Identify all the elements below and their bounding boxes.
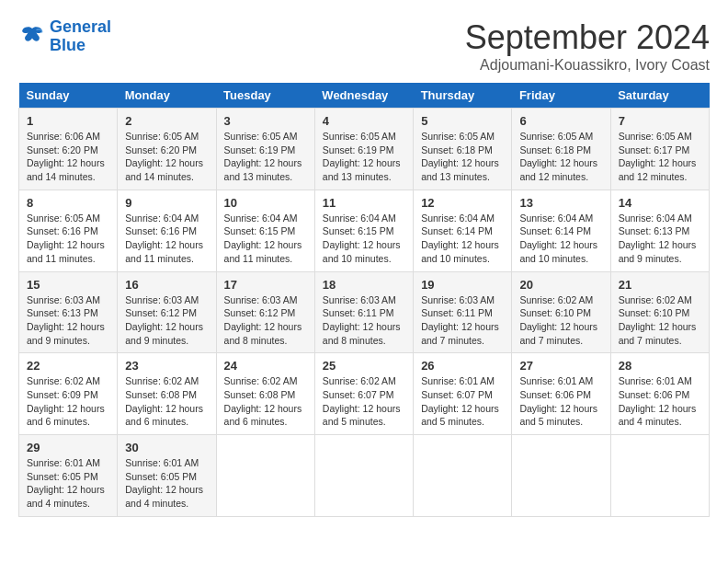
day-info: Sunrise: 6:04 AM Sunset: 6:14 PM Dayligh… — [421, 212, 504, 266]
day-info: Sunrise: 6:05 AM Sunset: 6:16 PM Dayligh… — [27, 212, 109, 266]
day-number: 30 — [125, 441, 208, 454]
calendar-cell: 17 Sunrise: 6:03 AM Sunset: 6:12 PM Dayl… — [216, 271, 314, 353]
calendar-cell: 8 Sunrise: 6:05 AM Sunset: 6:16 PM Dayli… — [19, 190, 118, 271]
day-info: Sunrise: 6:02 AM Sunset: 6:10 PM Dayligh… — [519, 293, 602, 348]
calendar-cell: 4 Sunrise: 6:05 AM Sunset: 6:19 PM Dayli… — [314, 109, 413, 190]
calendar-cell: 12 Sunrise: 6:04 AM Sunset: 6:14 PM Dayl… — [414, 190, 512, 271]
day-number: 15 — [27, 278, 109, 292]
weekday-header-sunday: Sunday — [19, 83, 118, 109]
calendar-cell: 5 Sunrise: 6:05 AM Sunset: 6:18 PM Dayli… — [414, 109, 512, 190]
day-info: Sunrise: 6:05 AM Sunset: 6:17 PM Dayligh… — [619, 130, 701, 184]
calendar-cell: 16 Sunrise: 6:03 AM Sunset: 6:12 PM Dayl… — [118, 271, 216, 353]
day-info: Sunrise: 6:01 AM Sunset: 6:07 PM Dayligh… — [421, 374, 504, 429]
day-number: 10 — [224, 196, 307, 210]
day-number: 20 — [519, 278, 602, 292]
calendar-cell: 21 Sunrise: 6:02 AM Sunset: 6:10 PM Dayl… — [610, 271, 709, 353]
day-number: 11 — [323, 196, 405, 210]
logo: General Blue — [18, 18, 111, 55]
day-info: Sunrise: 6:05 AM Sunset: 6:20 PM Dayligh… — [125, 130, 208, 184]
calendar-cell: 7 Sunrise: 6:05 AM Sunset: 6:17 PM Dayli… — [610, 109, 709, 190]
calendar-cell — [512, 435, 610, 517]
day-info: Sunrise: 6:06 AM Sunset: 6:20 PM Dayligh… — [27, 130, 109, 184]
calendar-table: SundayMondayTuesdayWednesdayThursdayFrid… — [18, 83, 710, 517]
day-info: Sunrise: 6:04 AM Sunset: 6:14 PM Dayligh… — [519, 212, 602, 266]
day-info: Sunrise: 6:01 AM Sunset: 6:06 PM Dayligh… — [619, 374, 701, 429]
day-info: Sunrise: 6:02 AM Sunset: 6:09 PM Dayligh… — [27, 374, 109, 429]
calendar-cell: 3 Sunrise: 6:05 AM Sunset: 6:19 PM Dayli… — [216, 109, 314, 190]
calendar-cell: 26 Sunrise: 6:01 AM Sunset: 6:07 PM Dayl… — [414, 353, 512, 435]
day-number: 5 — [421, 114, 504, 128]
logo-text: General Blue — [50, 18, 111, 55]
day-info: Sunrise: 6:04 AM Sunset: 6:13 PM Dayligh… — [619, 212, 701, 266]
day-number: 28 — [619, 359, 701, 373]
day-info: Sunrise: 6:01 AM Sunset: 6:06 PM Dayligh… — [519, 374, 602, 429]
calendar-cell: 11 Sunrise: 6:04 AM Sunset: 6:15 PM Dayl… — [314, 190, 413, 271]
day-number: 19 — [421, 278, 504, 292]
day-number: 3 — [224, 114, 307, 128]
day-info: Sunrise: 6:05 AM Sunset: 6:19 PM Dayligh… — [323, 130, 405, 184]
weekday-header-saturday: Saturday — [610, 83, 709, 109]
calendar-cell — [216, 435, 314, 517]
day-number: 22 — [27, 359, 109, 373]
calendar-cell: 18 Sunrise: 6:03 AM Sunset: 6:11 PM Dayl… — [314, 271, 413, 353]
calendar-week-row: 8 Sunrise: 6:05 AM Sunset: 6:16 PM Dayli… — [19, 190, 710, 271]
day-number: 24 — [224, 359, 307, 373]
day-info: Sunrise: 6:04 AM Sunset: 6:15 PM Dayligh… — [323, 212, 405, 266]
weekday-header-wednesday: Wednesday — [314, 83, 413, 109]
day-info: Sunrise: 6:05 AM Sunset: 6:19 PM Dayligh… — [224, 130, 307, 184]
calendar-cell: 27 Sunrise: 6:01 AM Sunset: 6:06 PM Dayl… — [512, 353, 610, 435]
day-info: Sunrise: 6:01 AM Sunset: 6:05 PM Dayligh… — [125, 456, 208, 511]
day-info: Sunrise: 6:02 AM Sunset: 6:08 PM Dayligh… — [125, 374, 208, 429]
calendar-cell: 30 Sunrise: 6:01 AM Sunset: 6:05 PM Dayl… — [118, 435, 216, 517]
calendar-cell: 9 Sunrise: 6:04 AM Sunset: 6:16 PM Dayli… — [118, 190, 216, 271]
calendar-cell: 19 Sunrise: 6:03 AM Sunset: 6:11 PM Dayl… — [414, 271, 512, 353]
calendar-cell: 25 Sunrise: 6:02 AM Sunset: 6:07 PM Dayl… — [314, 353, 413, 435]
calendar-cell: 29 Sunrise: 6:01 AM Sunset: 6:05 PM Dayl… — [19, 435, 118, 517]
day-number: 21 — [619, 278, 701, 292]
weekday-header-tuesday: Tuesday — [216, 83, 314, 109]
day-number: 1 — [27, 114, 109, 128]
day-number: 8 — [27, 196, 109, 210]
page-subtitle: Adjoumani-Kouassikro, Ivory Coast — [465, 57, 710, 74]
calendar-cell: 24 Sunrise: 6:02 AM Sunset: 6:08 PM Dayl… — [216, 353, 314, 435]
day-info: Sunrise: 6:03 AM Sunset: 6:11 PM Dayligh… — [421, 293, 504, 348]
calendar-cell: 23 Sunrise: 6:02 AM Sunset: 6:08 PM Dayl… — [118, 353, 216, 435]
day-number: 14 — [619, 196, 701, 210]
day-number: 18 — [323, 278, 405, 292]
day-number: 17 — [224, 278, 307, 292]
calendar-cell: 22 Sunrise: 6:02 AM Sunset: 6:09 PM Dayl… — [19, 353, 118, 435]
calendar-cell: 6 Sunrise: 6:05 AM Sunset: 6:18 PM Dayli… — [512, 109, 610, 190]
day-info: Sunrise: 6:05 AM Sunset: 6:18 PM Dayligh… — [519, 130, 602, 184]
weekday-header-row: SundayMondayTuesdayWednesdayThursdayFrid… — [19, 83, 710, 109]
calendar-cell: 15 Sunrise: 6:03 AM Sunset: 6:13 PM Dayl… — [19, 271, 118, 353]
day-info: Sunrise: 6:03 AM Sunset: 6:13 PM Dayligh… — [27, 293, 109, 348]
page-title: September 2024 — [465, 18, 710, 57]
day-number: 27 — [519, 359, 602, 373]
day-number: 26 — [421, 359, 504, 373]
weekday-header-monday: Monday — [118, 83, 216, 109]
day-number: 4 — [323, 114, 405, 128]
logo-icon — [18, 23, 46, 51]
calendar-cell: 2 Sunrise: 6:05 AM Sunset: 6:20 PM Dayli… — [118, 109, 216, 190]
day-info: Sunrise: 6:05 AM Sunset: 6:18 PM Dayligh… — [421, 130, 504, 184]
day-number: 25 — [323, 359, 405, 373]
day-number: 16 — [125, 278, 208, 292]
page-header: General Blue September 2024 Adjoumani-Ko… — [18, 18, 710, 74]
calendar-week-row: 29 Sunrise: 6:01 AM Sunset: 6:05 PM Dayl… — [19, 435, 710, 517]
day-info: Sunrise: 6:03 AM Sunset: 6:11 PM Dayligh… — [323, 293, 405, 348]
day-number: 29 — [27, 441, 109, 454]
day-info: Sunrise: 6:02 AM Sunset: 6:08 PM Dayligh… — [224, 374, 307, 429]
day-info: Sunrise: 6:02 AM Sunset: 6:07 PM Dayligh… — [323, 374, 405, 429]
day-info: Sunrise: 6:04 AM Sunset: 6:15 PM Dayligh… — [224, 212, 307, 266]
day-number: 13 — [519, 196, 602, 210]
day-info: Sunrise: 6:03 AM Sunset: 6:12 PM Dayligh… — [224, 293, 307, 348]
day-number: 7 — [619, 114, 701, 128]
day-number: 6 — [519, 114, 602, 128]
weekday-header-thursday: Thursday — [414, 83, 512, 109]
calendar-week-row: 1 Sunrise: 6:06 AM Sunset: 6:20 PM Dayli… — [19, 109, 710, 190]
day-number: 12 — [421, 196, 504, 210]
calendar-cell — [610, 435, 709, 517]
calendar-week-row: 15 Sunrise: 6:03 AM Sunset: 6:13 PM Dayl… — [19, 271, 710, 353]
weekday-header-friday: Friday — [512, 83, 610, 109]
day-info: Sunrise: 6:02 AM Sunset: 6:10 PM Dayligh… — [619, 293, 701, 348]
